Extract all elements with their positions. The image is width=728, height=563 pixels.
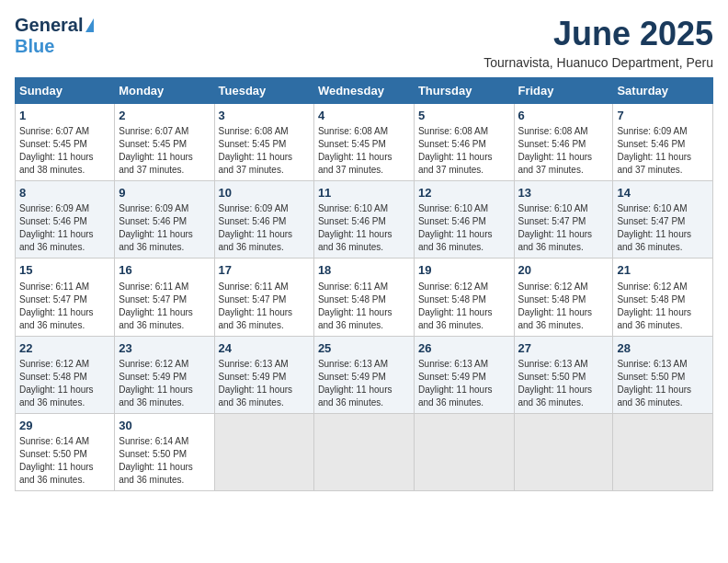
- calendar-cell: 22Sunrise: 6:12 AMSunset: 5:48 PMDayligh…: [16, 336, 115, 413]
- day-number: 11: [318, 185, 410, 201]
- logo: General Blue: [15, 15, 94, 57]
- day-number: 23: [119, 340, 210, 357]
- calendar-cell: 16Sunrise: 6:11 AMSunset: 5:47 PMDayligh…: [115, 259, 214, 336]
- day-number: 18: [318, 262, 410, 279]
- day-number: 2: [119, 108, 210, 124]
- column-header-thursday: Thursday: [414, 78, 514, 104]
- day-info: Sunrise: 6:07 AMSunset: 5:45 PMDaylight:…: [19, 125, 110, 177]
- day-number: 24: [219, 340, 310, 357]
- title-block: June 2025 Tournavista, Huanuco Departmen…: [483, 15, 713, 70]
- day-number: 22: [19, 340, 110, 357]
- day-number: 25: [318, 340, 410, 357]
- day-number: 28: [617, 340, 709, 357]
- day-number: 6: [518, 108, 609, 124]
- day-number: 5: [418, 108, 510, 124]
- day-info: Sunrise: 6:13 AMSunset: 5:49 PMDaylight:…: [418, 358, 510, 409]
- day-number: 4: [318, 108, 410, 124]
- calendar-cell: 25Sunrise: 6:13 AMSunset: 5:49 PMDayligh…: [313, 336, 414, 413]
- day-info: Sunrise: 6:12 AMSunset: 5:48 PMDaylight:…: [617, 281, 709, 332]
- day-info: Sunrise: 6:10 AMSunset: 5:46 PMDaylight:…: [418, 202, 510, 254]
- day-number: 9: [119, 185, 210, 201]
- day-info: Sunrise: 6:08 AMSunset: 5:46 PMDaylight:…: [418, 125, 510, 177]
- column-header-friday: Friday: [514, 78, 613, 104]
- day-number: 14: [617, 185, 709, 201]
- calendar-cell: 6Sunrise: 6:08 AMSunset: 5:46 PMDaylight…: [514, 104, 613, 181]
- calendar-cell: 7Sunrise: 6:09 AMSunset: 5:46 PMDaylight…: [613, 104, 713, 181]
- calendar-cell: 14Sunrise: 6:10 AMSunset: 5:47 PMDayligh…: [613, 181, 713, 259]
- day-info: Sunrise: 6:13 AMSunset: 5:50 PMDaylight:…: [617, 358, 709, 409]
- calendar-cell: 18Sunrise: 6:11 AMSunset: 5:48 PMDayligh…: [313, 259, 414, 336]
- day-number: 30: [119, 418, 210, 434]
- calendar-cell: 15Sunrise: 6:11 AMSunset: 5:47 PMDayligh…: [16, 259, 115, 336]
- calendar-cell: [414, 413, 514, 490]
- calendar-header-row: SundayMondayTuesdayWednesdayThursdayFrid…: [16, 78, 713, 104]
- day-info: Sunrise: 6:12 AMSunset: 5:48 PMDaylight:…: [19, 358, 110, 409]
- day-number: 3: [219, 108, 310, 124]
- calendar-cell: 24Sunrise: 6:13 AMSunset: 5:49 PMDayligh…: [214, 336, 313, 413]
- day-info: Sunrise: 6:08 AMSunset: 5:45 PMDaylight:…: [219, 125, 310, 177]
- day-info: Sunrise: 6:09 AMSunset: 5:46 PMDaylight:…: [19, 202, 110, 254]
- calendar-week-row: 22Sunrise: 6:12 AMSunset: 5:48 PMDayligh…: [16, 336, 713, 413]
- calendar-cell: 11Sunrise: 6:10 AMSunset: 5:46 PMDayligh…: [313, 181, 414, 259]
- day-info: Sunrise: 6:12 AMSunset: 5:49 PMDaylight:…: [119, 358, 210, 409]
- column-header-wednesday: Wednesday: [313, 78, 414, 104]
- day-info: Sunrise: 6:11 AMSunset: 5:48 PMDaylight:…: [318, 281, 410, 332]
- day-info: Sunrise: 6:10 AMSunset: 5:47 PMDaylight:…: [617, 202, 709, 254]
- calendar-cell: 23Sunrise: 6:12 AMSunset: 5:49 PMDayligh…: [115, 336, 214, 413]
- calendar-cell: 1Sunrise: 6:07 AMSunset: 5:45 PMDaylight…: [16, 104, 115, 181]
- day-info: Sunrise: 6:08 AMSunset: 5:46 PMDaylight:…: [518, 125, 609, 177]
- calendar-cell: 17Sunrise: 6:11 AMSunset: 5:47 PMDayligh…: [214, 259, 313, 336]
- day-number: 26: [418, 340, 510, 357]
- day-number: 7: [617, 108, 709, 124]
- day-info: Sunrise: 6:07 AMSunset: 5:45 PMDaylight:…: [119, 125, 210, 177]
- calendar-cell: 2Sunrise: 6:07 AMSunset: 5:45 PMDaylight…: [115, 104, 214, 181]
- location-title: Tournavista, Huanuco Department, Peru: [483, 55, 713, 70]
- day-number: 20: [518, 262, 609, 279]
- day-info: Sunrise: 6:08 AMSunset: 5:45 PMDaylight:…: [318, 125, 410, 177]
- calendar-cell: 26Sunrise: 6:13 AMSunset: 5:49 PMDayligh…: [414, 336, 514, 413]
- calendar-cell: 8Sunrise: 6:09 AMSunset: 5:46 PMDaylight…: [16, 181, 115, 259]
- day-info: Sunrise: 6:13 AMSunset: 5:50 PMDaylight:…: [518, 358, 609, 409]
- day-number: 27: [518, 340, 609, 357]
- calendar-cell: [214, 413, 313, 490]
- day-info: Sunrise: 6:14 AMSunset: 5:50 PMDaylight:…: [19, 435, 110, 487]
- calendar-cell: 5Sunrise: 6:08 AMSunset: 5:46 PMDaylight…: [414, 104, 514, 181]
- day-number: 19: [418, 262, 510, 279]
- calendar-cell: 9Sunrise: 6:09 AMSunset: 5:46 PMDaylight…: [115, 181, 214, 259]
- calendar-cell: 4Sunrise: 6:08 AMSunset: 5:45 PMDaylight…: [313, 104, 414, 181]
- day-number: 21: [617, 262, 709, 279]
- day-info: Sunrise: 6:11 AMSunset: 5:47 PMDaylight:…: [219, 281, 310, 332]
- calendar-week-row: 15Sunrise: 6:11 AMSunset: 5:47 PMDayligh…: [16, 259, 713, 336]
- day-info: Sunrise: 6:09 AMSunset: 5:46 PMDaylight:…: [119, 202, 210, 254]
- day-info: Sunrise: 6:09 AMSunset: 5:46 PMDaylight:…: [219, 202, 310, 254]
- column-header-monday: Monday: [115, 78, 214, 104]
- calendar-cell: 21Sunrise: 6:12 AMSunset: 5:48 PMDayligh…: [613, 259, 713, 336]
- page-header: General Blue June 2025 Tournavista, Huan…: [15, 15, 713, 70]
- day-info: Sunrise: 6:12 AMSunset: 5:48 PMDaylight:…: [518, 281, 609, 332]
- column-header-saturday: Saturday: [613, 78, 713, 104]
- calendar-cell: 3Sunrise: 6:08 AMSunset: 5:45 PMDaylight…: [214, 104, 313, 181]
- day-info: Sunrise: 6:14 AMSunset: 5:50 PMDaylight:…: [119, 435, 210, 487]
- calendar-cell: [313, 413, 414, 490]
- day-number: 12: [418, 185, 510, 201]
- day-number: 10: [219, 185, 310, 201]
- day-info: Sunrise: 6:10 AMSunset: 5:46 PMDaylight:…: [318, 202, 410, 254]
- calendar-cell: 12Sunrise: 6:10 AMSunset: 5:46 PMDayligh…: [414, 181, 514, 259]
- day-info: Sunrise: 6:12 AMSunset: 5:48 PMDaylight:…: [418, 281, 510, 332]
- calendar-cell: 10Sunrise: 6:09 AMSunset: 5:46 PMDayligh…: [214, 181, 313, 259]
- day-info: Sunrise: 6:13 AMSunset: 5:49 PMDaylight:…: [318, 358, 410, 409]
- day-number: 16: [119, 262, 210, 279]
- day-info: Sunrise: 6:11 AMSunset: 5:47 PMDaylight:…: [119, 281, 210, 332]
- day-info: Sunrise: 6:09 AMSunset: 5:46 PMDaylight:…: [617, 125, 709, 177]
- day-number: 17: [219, 262, 310, 279]
- logo-triangle-icon: [85, 18, 94, 32]
- day-number: 13: [518, 185, 609, 201]
- calendar-cell: 13Sunrise: 6:10 AMSunset: 5:47 PMDayligh…: [514, 181, 613, 259]
- month-title: June 2025: [483, 15, 713, 53]
- day-info: Sunrise: 6:10 AMSunset: 5:47 PMDaylight:…: [518, 202, 609, 254]
- day-number: 1: [19, 108, 110, 124]
- column-header-sunday: Sunday: [16, 78, 115, 104]
- calendar-cell: 28Sunrise: 6:13 AMSunset: 5:50 PMDayligh…: [613, 336, 713, 413]
- day-number: 8: [19, 185, 110, 201]
- calendar-table: SundayMondayTuesdayWednesdayThursdayFrid…: [15, 77, 713, 491]
